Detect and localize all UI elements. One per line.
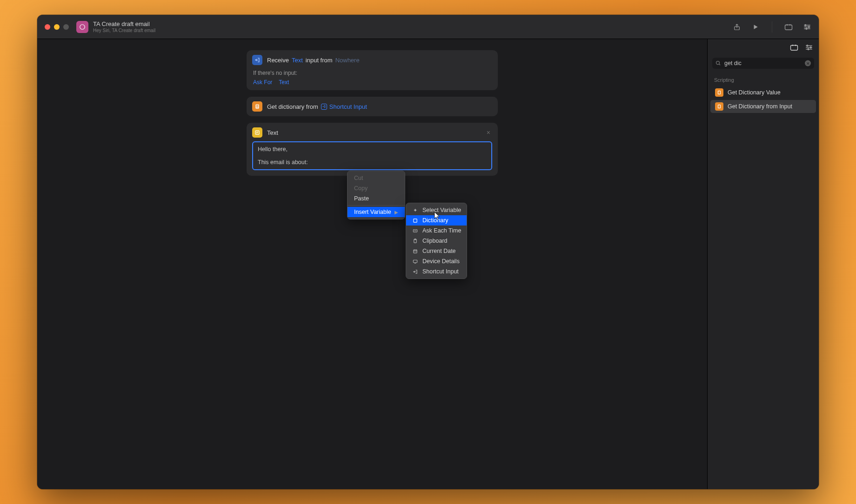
select-variable-icon: ✦ [412,207,418,213]
svg-rect-11 [413,250,416,253]
svg-rect-6 [255,131,259,134]
submenu-select-variable[interactable]: ✦ Select Variable [406,205,467,215]
get-dictionary-action-card[interactable]: Get dictionary from Shortcut Input [247,97,498,116]
receive-sub-section: If there's no input: Ask For Text [247,70,498,90]
receive-mid-text: input from [306,57,333,64]
current-date-label: Current Date [422,248,456,254]
shortcut-input-icon [412,269,418,274]
library-tab-icon[interactable] [790,44,798,51]
submenu-current-date[interactable]: Current Date [406,246,467,256]
result-icon [715,102,723,111]
clipboard-icon [412,239,418,244]
submenu-device-details[interactable]: Device Details [406,256,467,266]
shortcut-app-icon [76,21,88,33]
maximize-window-button[interactable] [63,24,69,30]
settings-toggle-icon[interactable] [803,23,811,31]
chevron-right-icon: ▶ [395,210,398,215]
receive-action-card[interactable]: Receive Text input from Nowhere If there… [247,50,498,90]
shortcut-input-sub-label: Shortcut Input [422,268,459,275]
traffic-lights [45,24,69,30]
text-input-field[interactable]: Hello there, This email is about: [252,141,492,170]
sidebar-tabs [708,39,819,56]
shortcut-input-label: Shortcut Input [329,103,367,110]
receive-title-row: Receive Text input from Nowhere [267,57,360,64]
ask-for-type-link[interactable]: Text [279,79,289,86]
svg-point-17 [716,61,720,65]
titlebar: TA Create draft email Hey Siri, TA Creat… [37,15,819,39]
context-menu-copy: Copy [348,183,405,193]
text-title-row: Text [267,129,278,136]
ask-for-link[interactable]: Ask For [253,79,272,86]
receive-card-header: Receive Text input from Nowhere [247,50,498,70]
shortcut-input-variable-badge[interactable]: Shortcut Input [321,103,367,110]
get-dictionary-title-row: Get dictionary from Shortcut Input [267,103,367,110]
svg-rect-13 [791,46,798,51]
titlebar-actions [733,21,811,33]
svg-point-0 [80,24,85,29]
svg-point-14 [807,45,808,46]
settings-tab-icon[interactable] [805,44,813,51]
submenu-dictionary[interactable]: Dictionary [406,215,467,225]
device-icon [412,259,418,264]
receive-label: Receive [267,57,289,64]
text-card-header: Text × [247,123,498,141]
context-menu-cut: Cut [348,173,405,183]
insert-variable-label: Insert Variable [354,209,391,215]
titlebar-divider [772,21,772,33]
app-window: TA Create draft email Hey Siri, TA Creat… [37,15,819,489]
title-block: TA Create draft email Hey Siri, TA Creat… [93,20,733,33]
minimize-window-button[interactable] [54,24,60,30]
no-input-label: If there's no input: [253,70,491,76]
svg-rect-2 [785,25,792,30]
close-window-button[interactable] [45,24,50,30]
result-label: Get Dictionary from Input [728,103,792,110]
workflow-canvas[interactable]: Receive Text input from Nowhere If there… [37,39,707,489]
get-dictionary-label: Get dictionary from [267,103,318,110]
svg-rect-12 [413,260,417,263]
sidebar-result-get-dictionary-value[interactable]: Get Dictionary Value [710,86,816,99]
sidebar-result-get-dictionary-from-input[interactable]: Get Dictionary from Input [710,100,816,113]
get-dictionary-header: Get dictionary from Shortcut Input [247,97,498,116]
dictionary-var-icon [412,218,418,223]
text-action-card[interactable]: Text × Hello there, This email is about: [247,123,498,176]
svg-point-4 [808,26,809,27]
submenu-ask-each-time[interactable]: Ask Each Time [406,225,467,236]
receive-icon [252,55,262,65]
context-menu-insert-variable[interactable]: Insert Variable ▶ [348,207,405,217]
select-variable-label: Select Variable [422,207,461,213]
text-label: Text [267,129,278,136]
sidebar-section-label: Scripting [708,73,819,86]
receive-source-placeholder[interactable]: Nowhere [335,57,360,64]
insert-variable-submenu: ✦ Select Variable Dictionary Ask Each Ti… [406,203,467,279]
device-details-label: Device Details [422,258,460,265]
close-card-button[interactable]: × [485,129,492,136]
receive-type-link[interactable]: Text [292,57,303,64]
ask-each-time-label: Ask Each Time [422,227,461,234]
share-icon[interactable] [733,23,741,31]
library-toggle-icon[interactable] [784,23,793,31]
dictionary-label: Dictionary [422,217,448,224]
search-icon [716,60,721,66]
svg-point-3 [805,24,806,26]
window-subtitle: Hey Siri, TA Create draft email [93,28,733,33]
search-input[interactable] [712,58,814,69]
svg-rect-7 [413,219,416,222]
search-wrap: ✕ [712,58,814,69]
body-area: Receive Text input from Nowhere If there… [37,39,819,489]
context-menu: Cut Copy Paste Insert Variable ▶ [347,171,405,219]
text-icon [252,127,262,138]
play-icon[interactable] [751,23,760,31]
result-icon [715,88,723,97]
submenu-clipboard[interactable]: Clipboard [406,236,467,246]
sidebar: ✕ Scripting Get Dictionary Value Get Dic… [707,39,819,489]
calendar-icon [412,249,418,254]
context-menu-separator [348,205,405,206]
ask-each-time-icon [412,228,418,233]
dictionary-icon [252,101,262,112]
window-title: TA Create draft email [93,20,733,27]
svg-point-15 [810,47,811,48]
clipboard-label: Clipboard [422,238,448,244]
context-menu-paste[interactable]: Paste [348,193,405,204]
submenu-shortcut-input[interactable]: Shortcut Input [406,266,467,277]
search-clear-button[interactable]: ✕ [805,60,811,66]
